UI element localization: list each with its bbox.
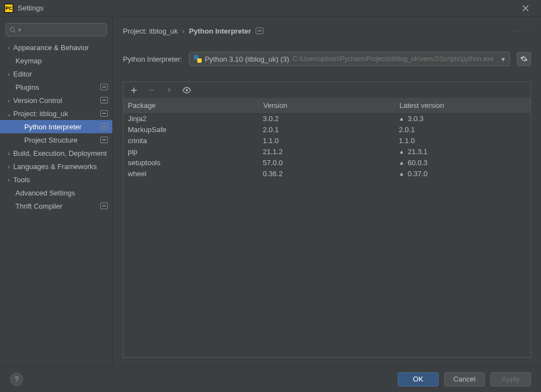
package-latest-value: 3.0.3 (408, 115, 424, 123)
project-scope-icon (100, 203, 108, 209)
package-latest: ▲3.0.3 (394, 115, 531, 123)
sidebar-item[interactable]: Python Interpreter (0, 120, 112, 133)
package-version: 1.1.0 (258, 137, 394, 145)
packages-toolbar (123, 82, 531, 99)
main-content: ▾ ›Appearance & BehaviorKeymap›EditorPlu… (0, 17, 541, 366)
window-title: Settings (18, 4, 515, 12)
sidebar-item[interactable]: Keymap (0, 54, 112, 67)
sidebar-item[interactable]: Plugins (0, 80, 112, 94)
package-row[interactable]: MarkupSafe2.0.12.0.1 (123, 124, 531, 135)
sidebar-item-label: Keymap (15, 57, 108, 65)
close-button[interactable] (515, 0, 537, 17)
package-version: 57.0.0 (258, 159, 394, 167)
package-latest: ▲21.3.1 (394, 148, 531, 156)
interpreter-settings-button[interactable] (517, 52, 531, 66)
sidebar-item[interactable]: ›Appearance & Behavior (0, 41, 112, 54)
package-row[interactable]: wheel0.36.2▲0.37.0 (123, 168, 531, 179)
package-name: MarkupSafe (123, 126, 258, 134)
breadcrumb-project: Project: itblog_uk (123, 27, 178, 35)
show-early-releases-button[interactable] (182, 85, 192, 95)
project-scope-icon (100, 123, 108, 130)
package-latest-value: 1.1.0 (399, 137, 415, 145)
remove-package-button[interactable] (147, 85, 156, 95)
chevron-right-icon: › (4, 162, 13, 171)
project-scope-icon (100, 137, 108, 143)
settings-tree[interactable]: ›Appearance & BehaviorKeymap›EditorPlugi… (0, 41, 112, 366)
python-icon (194, 55, 202, 63)
sidebar-item-label: Thrift Compiler (15, 202, 100, 210)
nav-back-button[interactable]: ← (512, 27, 520, 35)
sidebar-item-label: Plugins (15, 83, 100, 91)
sidebar-item-label: Project: itblog_uk (13, 110, 100, 118)
sidebar-item-label: Editor (13, 70, 108, 78)
project-scope-icon (100, 110, 108, 117)
package-row[interactable]: setuptools57.0.0▲60.0.3 (123, 157, 531, 168)
chevron-right-icon: › (4, 176, 13, 184)
close-icon (522, 5, 529, 12)
package-name: crinita (123, 137, 258, 145)
chevron-right-icon: › (4, 149, 13, 157)
package-version: 3.0.2 (258, 115, 394, 123)
titlebar: PC Settings (0, 0, 541, 17)
sidebar-item[interactable]: ›Editor (0, 67, 112, 80)
package-version: 21.1.2 (258, 148, 394, 156)
sidebar-item[interactable]: ›Tools (0, 173, 112, 186)
sidebar-item-label: Python Interpreter (24, 123, 100, 131)
right-pane: Project: itblog_uk › Python Interpreter … (113, 17, 541, 366)
help-button[interactable]: ? (10, 373, 23, 386)
sidebar-item-label: Project Structure (24, 136, 100, 144)
sidebar-item-label: Advanced Settings (15, 189, 108, 197)
packages-panel: Package Version Latest version Jinja23.0… (123, 81, 531, 358)
eye-icon (182, 87, 191, 94)
chevron-right-icon: › (182, 27, 185, 35)
interpreter-path: C:\Users\admin\PycharmProjects\itblog_uk… (293, 55, 498, 63)
apply-button[interactable]: Apply (490, 372, 531, 386)
sidebar-item[interactable]: ⌄Project: itblog_uk (0, 107, 112, 120)
minus-icon (148, 87, 155, 94)
project-scope-icon (100, 84, 108, 90)
bottom-bar: ? OK Cancel Apply (0, 366, 541, 392)
search-icon (9, 26, 16, 33)
search-input[interactable]: ▾ (6, 23, 107, 36)
packages-body[interactable]: Jinja23.0.2▲3.0.3MarkupSafe2.0.12.0.1cri… (123, 113, 531, 357)
interpreter-name: Python 3.10 (itblog_uk) (3) (205, 55, 289, 63)
header-version[interactable]: Version (258, 101, 394, 110)
package-row[interactable]: crinita1.1.01.1.0 (123, 135, 531, 146)
chevron-right-icon: › (4, 96, 13, 105)
sidebar-item[interactable]: ›Languages & Frameworks (0, 160, 112, 173)
package-latest: ▲60.0.3 (394, 159, 531, 167)
package-version: 0.36.2 (258, 170, 394, 178)
header-package[interactable]: Package (123, 101, 258, 110)
cancel-button[interactable]: Cancel (444, 372, 485, 386)
sidebar-item[interactable]: Thrift Compiler (0, 199, 112, 213)
package-latest: 2.0.1 (394, 126, 531, 134)
svg-point-0 (10, 28, 15, 32)
interpreter-label: Python Interpreter: (123, 55, 182, 63)
interpreter-row: Python Interpreter: Python 3.10 (itblog_… (123, 52, 531, 66)
chevron-right-icon: › (4, 43, 13, 52)
package-latest-value: 0.37.0 (408, 170, 428, 178)
nav-forward-button[interactable]: → (524, 27, 531, 35)
svg-point-2 (186, 89, 188, 91)
ok-button[interactable]: OK (398, 372, 439, 386)
chevron-down-icon: ⌄ (4, 110, 13, 118)
upgrade-package-button[interactable] (164, 85, 174, 95)
sidebar-item-label: Version Control (13, 96, 100, 105)
interpreter-select[interactable]: Python 3.10 (itblog_uk) (3) C:\Users\adm… (189, 52, 510, 66)
upgrade-available-icon: ▲ (399, 116, 404, 122)
breadcrumb: Project: itblog_uk › Python Interpreter … (123, 23, 531, 39)
sidebar-item-label: Tools (13, 176, 108, 184)
header-latest[interactable]: Latest version (394, 101, 531, 110)
package-name: pip (123, 148, 258, 156)
sidebar-item[interactable]: Advanced Settings (0, 186, 112, 199)
sidebar-item[interactable]: ›Build, Execution, Deployment (0, 146, 112, 160)
add-package-button[interactable] (129, 85, 139, 95)
sidebar-item[interactable]: Project Structure (0, 133, 112, 146)
package-version: 2.0.1 (258, 126, 394, 134)
sidebar-item[interactable]: ›Version Control (0, 94, 112, 107)
package-name: wheel (123, 170, 258, 178)
package-row[interactable]: Jinja23.0.2▲3.0.3 (123, 113, 531, 124)
package-name: setuptools (123, 159, 258, 167)
package-row[interactable]: pip21.1.2▲21.3.1 (123, 146, 531, 157)
packages-header: Package Version Latest version (123, 99, 531, 113)
